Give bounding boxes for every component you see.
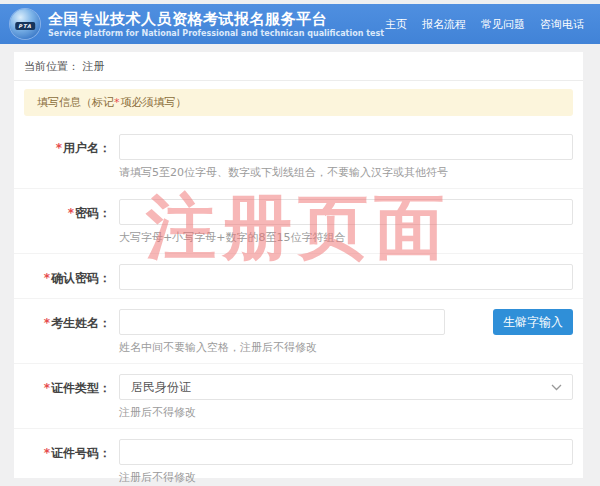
- confirm-password-control: [119, 264, 573, 290]
- confirm-password-label-text: 确认密码：: [51, 271, 111, 285]
- candidate-name-hint: 姓名中间不要输入空格，注册后不得修改: [119, 340, 573, 355]
- password-input[interactable]: [119, 199, 573, 225]
- required-asterisk: *: [56, 141, 62, 155]
- certificate-type-select[interactable]: 居民身份证: [119, 374, 573, 400]
- nav-faq[interactable]: 常见问题: [481, 17, 525, 32]
- password-hint: 大写字母+小写字母+数字的8至15位字符组合: [119, 230, 573, 245]
- username-hint: 请填写5至20位字母、数字或下划线组合，不要输入汉字或其他符号: [119, 165, 573, 180]
- password-control: 大写字母+小写字母+数字的8至15位字符组合: [119, 199, 573, 245]
- form-row-certificate-number: *证件号码： 注册后不得修改: [14, 429, 583, 486]
- site-subtitle: Service platform for National Profession…: [48, 29, 384, 38]
- nav-home[interactable]: 主页: [385, 17, 407, 32]
- password-label: *密码：: [14, 199, 119, 245]
- content-panel: 当前位置： 注册 填写信息（标记*项必须填写） *用户名： 请填写5至20位字母…: [14, 52, 583, 478]
- candidate-name-input[interactable]: [119, 309, 445, 335]
- notice-text-after: 项必须填写）: [121, 96, 187, 109]
- form-row-candidate-name: *考生姓名： 生僻字输入 姓名中间不要输入空格，注册后不得修改: [14, 299, 583, 364]
- certificate-type-control: 居民身份证 注册后不得修改: [119, 374, 573, 420]
- candidate-name-label-text: 考生姓名：: [51, 316, 111, 330]
- form-row-username: *用户名： 请填写5至20位字母、数字或下划线组合，不要输入汉字或其他符号: [14, 124, 583, 189]
- candidate-name-label: *考生姓名：: [14, 309, 119, 355]
- pta-logo-icon: PTA: [10, 9, 40, 39]
- logo-text: PTA: [15, 22, 35, 30]
- certificate-number-label-text: 证件号码：: [51, 446, 111, 460]
- form-row-confirm-password: *确认密码：: [14, 254, 583, 299]
- required-asterisk: *: [44, 446, 50, 460]
- brand: PTA 全国专业技术人员资格考试报名服务平台 Service platform …: [10, 9, 384, 39]
- form-row-password: *密码： 大写字母+小写字母+数字的8至15位字符组合: [14, 189, 583, 254]
- certificate-type-label-text: 证件类型：: [51, 381, 111, 395]
- rare-character-input-button[interactable]: 生僻字输入: [493, 309, 573, 335]
- certificate-number-input[interactable]: [119, 439, 573, 465]
- certificate-number-label: *证件号码：: [14, 439, 119, 485]
- username-label: *用户名：: [14, 134, 119, 180]
- required-notice: 填写信息（标记*项必须填写）: [24, 89, 573, 116]
- top-nav: 主页 报名流程 常见问题 咨询电话: [385, 17, 584, 32]
- username-input[interactable]: [119, 134, 573, 160]
- candidate-name-control: 生僻字输入 姓名中间不要输入空格，注册后不得修改: [119, 309, 573, 355]
- nav-consultation-phone[interactable]: 咨询电话: [540, 17, 584, 32]
- candidate-name-input-group: 生僻字输入: [119, 309, 573, 335]
- required-asterisk: *: [44, 381, 50, 395]
- site-title: 全国专业技术人员资格考试报名服务平台: [48, 10, 384, 28]
- certificate-type-selected-value: 居民身份证: [131, 379, 191, 396]
- form-row-certificate-type: *证件类型： 居民身份证 注册后不得修改: [14, 364, 583, 429]
- required-asterisk: *: [44, 316, 50, 330]
- nav-registration-process[interactable]: 报名流程: [422, 17, 466, 32]
- breadcrumb: 当前位置： 注册: [14, 52, 583, 81]
- username-control: 请填写5至20位字母、数字或下划线组合，不要输入汉字或其他符号: [119, 134, 573, 180]
- required-asterisk: *: [114, 96, 120, 109]
- certificate-type-hint: 注册后不得修改: [119, 405, 573, 420]
- chevron-down-icon: [551, 380, 562, 394]
- certificate-number-control: 注册后不得修改: [119, 439, 573, 485]
- breadcrumb-label: 当前位置：: [24, 60, 79, 73]
- confirm-password-label: *确认密码：: [14, 264, 119, 290]
- username-label-text: 用户名：: [63, 141, 111, 155]
- notice-text-before: 填写信息（标记: [37, 96, 114, 109]
- confirm-password-input[interactable]: [119, 264, 573, 290]
- site-titles: 全国专业技术人员资格考试报名服务平台 Service platform for …: [48, 10, 384, 38]
- required-asterisk: *: [68, 206, 74, 220]
- breadcrumb-current: 注册: [83, 60, 105, 73]
- registration-form: *用户名： 请填写5至20位字母、数字或下划线组合，不要输入汉字或其他符号 *密…: [14, 124, 583, 486]
- certificate-number-hint: 注册后不得修改: [119, 470, 573, 485]
- required-asterisk: *: [44, 271, 50, 285]
- site-header: PTA 全国专业技术人员资格考试报名服务平台 Service platform …: [0, 4, 600, 44]
- password-label-text: 密码：: [75, 206, 111, 220]
- certificate-type-label: *证件类型：: [14, 374, 119, 420]
